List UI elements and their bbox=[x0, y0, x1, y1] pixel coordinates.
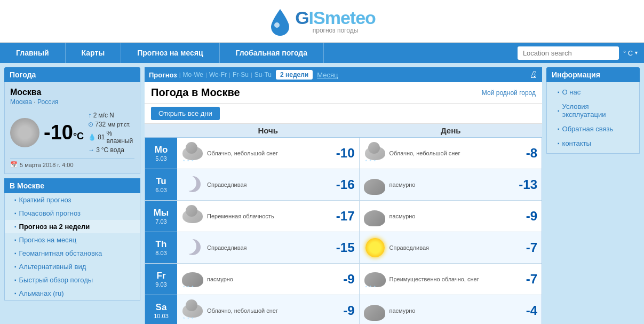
night-fr: * * * пасмурно -9 bbox=[177, 264, 360, 295]
forecast-row-mo: Mo 5.03 * * * Облачно, небольшой снег -1… bbox=[145, 138, 542, 169]
forecast-tabs: Прогноз | Mo-We | We-Fr | Fr-Su | Su-Tu … bbox=[145, 67, 542, 82]
weather-box: Москва Москва · Россия -10°С ↑ 2 м/с N bbox=[4, 82, 140, 174]
tab-forecast[interactable]: Прогноз bbox=[149, 71, 177, 79]
nav-month[interactable]: ▪ Прогноз на месяц bbox=[5, 233, 140, 247]
night-temp-th: -15 bbox=[332, 240, 355, 255]
location-search-input[interactable] bbox=[518, 46, 619, 60]
day-desc-my: пасмурно bbox=[389, 213, 512, 219]
logo-subtitle: прогноз погоды bbox=[295, 27, 376, 34]
night-temp-fr: -9 bbox=[332, 272, 355, 287]
tab-month[interactable]: Месяц bbox=[317, 71, 338, 79]
night-desc-tu: Справедливая bbox=[207, 181, 329, 188]
tab-su-tu[interactable]: Su-Tu bbox=[255, 71, 272, 78]
day-icon-mo: * * * bbox=[364, 142, 386, 164]
day-desc-tu: пасмурно bbox=[389, 181, 512, 188]
my-city-link[interactable]: Мой родной город bbox=[482, 89, 536, 97]
water-row: → 3 °С вода bbox=[88, 146, 134, 154]
night-icon-th bbox=[181, 236, 204, 259]
tab-2weeks[interactable]: 2 недели bbox=[276, 70, 313, 80]
forecast-column-headers: Ночь День bbox=[145, 124, 542, 138]
tab-we-fr[interactable]: We-Fr bbox=[209, 71, 227, 78]
night-th: Справедливая -15 bbox=[177, 232, 360, 263]
info-list: ▪ О нас ▪ Условия эксплуатации ▪ Обратна… bbox=[546, 82, 640, 154]
night-icon-fr: * * * bbox=[181, 268, 204, 290]
date-tu: Tu 6.03 bbox=[145, 169, 177, 200]
info-terms[interactable]: ▪ Условия эксплуатации bbox=[547, 99, 639, 122]
city-link[interactable]: Москва bbox=[10, 98, 32, 106]
info-about[interactable]: ▪ О нас bbox=[547, 85, 639, 99]
night-tu: Справедливая -16 bbox=[177, 169, 360, 200]
day-icon-fr: * * * bbox=[364, 268, 386, 290]
logo[interactable]: GISmeteo прогноз погоды bbox=[268, 8, 376, 35]
nav-item-month[interactable]: Прогноз на месяц bbox=[121, 43, 219, 63]
night-temp-tu: -16 bbox=[332, 177, 355, 192]
right-panel: Информация ▪ О нас ▪ Условия эксплуатаци… bbox=[546, 67, 640, 324]
city-section-header: В Москве bbox=[4, 178, 140, 193]
col-day: День bbox=[360, 124, 543, 137]
logo-drop-icon bbox=[268, 8, 292, 35]
city-name: Москва bbox=[10, 88, 134, 97]
night-icon-sa: * * * bbox=[181, 299, 204, 322]
city-location: Москва · Россия bbox=[10, 98, 134, 106]
forecast-row-fr: Fr 9.03 * * * пасмурно -9 * * * bbox=[145, 264, 542, 295]
nav-quick-review[interactable]: ▪ Быстрый обзор погоды bbox=[5, 273, 140, 287]
nav-item-global[interactable]: Глобальная погода bbox=[220, 43, 324, 63]
day-desc-th: Справедливая bbox=[389, 244, 512, 251]
day-mo: * * * Облачно, небольшой снег -8 bbox=[360, 138, 542, 169]
city-section: В Москве ▪ Краткий прогноз ▪ Почасовой п… bbox=[4, 178, 140, 301]
nav-2weeks[interactable]: ▪ Прогноз на 2 недели bbox=[5, 220, 140, 233]
wind-row: ↑ 2 м/с N bbox=[88, 111, 134, 119]
day-my: пасмурно -9 bbox=[360, 201, 542, 232]
day-icon-th bbox=[364, 236, 386, 259]
date-mo: Mo 5.03 bbox=[145, 138, 177, 169]
info-section-header: Информация bbox=[546, 67, 640, 82]
nav-hourly[interactable]: ▪ Почасовой прогноз bbox=[5, 207, 140, 220]
night-my: Переменная облачность -17 bbox=[177, 201, 360, 232]
nav-item-home[interactable]: Главный bbox=[0, 43, 66, 63]
day-temp-my: -9 bbox=[515, 209, 537, 224]
forecast-row-sa: Sa 10.03 * * * Облачно, небольшой снег -… bbox=[145, 295, 542, 324]
night-icon-my bbox=[181, 205, 204, 227]
info-contacts[interactable]: ▪ контакты bbox=[547, 136, 639, 151]
svg-point-0 bbox=[274, 22, 280, 28]
pressure-row: ⊙ 732 мм рт.ст. bbox=[88, 121, 134, 128]
header: GISmeteo прогноз погоды bbox=[0, 0, 644, 43]
day-th: Справедливая -7 bbox=[360, 232, 542, 263]
day-fr: * * * Преимущественно облачно, снег -7 bbox=[360, 264, 542, 295]
day-desc-mo: Облачно, небольшой снег bbox=[389, 150, 512, 156]
day-temp-sa: -4 bbox=[515, 303, 537, 318]
unit-selector[interactable]: ° C▼ bbox=[623, 49, 639, 57]
night-desc-sa: Облачно, небольшой снег bbox=[207, 307, 329, 314]
day-tu: пасмурно -13 bbox=[360, 169, 542, 200]
weather-date: 📅 5 марта 2018 г. 4:00 bbox=[10, 158, 134, 168]
night-icon-tu bbox=[181, 173, 204, 196]
night-temp-sa: -9 bbox=[332, 303, 355, 318]
nav-almanac[interactable]: ▪ Альманах (ru) bbox=[5, 287, 140, 300]
nav-item-maps[interactable]: Карты bbox=[66, 43, 122, 63]
info-feedback[interactable]: ▪ Обратная связь bbox=[547, 122, 639, 136]
date-th: Th 8.03 bbox=[145, 232, 177, 263]
night-desc-fr: пасмурно bbox=[207, 276, 329, 282]
night-desc-mo: Облачно, небольшой снег bbox=[207, 150, 329, 156]
nav-geomagnetic[interactable]: ▪ Геомагнитная обстановка bbox=[5, 247, 140, 260]
day-icon-sa bbox=[364, 299, 386, 322]
nav-bar: Главный Карты Прогноз на месяц Глобальна… bbox=[0, 43, 644, 63]
nav-brief[interactable]: ▪ Краткий прогноз bbox=[5, 193, 140, 207]
forecast-title-bar: Погода в Москве Мой родной город bbox=[145, 82, 542, 104]
open-all-bar: Открыть все дни bbox=[145, 104, 542, 124]
forecast-row-th: Th 8.03 Справедливая -15 Справедливая -7 bbox=[145, 232, 542, 264]
print-icon[interactable]: 🖨 bbox=[529, 70, 538, 80]
open-all-button[interactable]: Открыть все дни bbox=[151, 107, 220, 120]
day-icon-tu bbox=[364, 173, 386, 196]
night-sa: * * * Облачно, небольшой снег -9 bbox=[177, 295, 360, 324]
day-sa: пасмурно -4 bbox=[360, 295, 542, 324]
nav-alt-view[interactable]: ▪ Альтернативный вид bbox=[5, 260, 140, 273]
date-my: Мы 7.03 bbox=[145, 201, 177, 232]
tab-mo-we[interactable]: Mo-We bbox=[183, 71, 203, 78]
forecast-rows: Mo 5.03 * * * Облачно, небольшой снег -1… bbox=[145, 138, 542, 324]
tab-fr-su[interactable]: Fr-Su bbox=[233, 71, 249, 78]
weather-main-display: -10°С ↑ 2 м/с N ⊙ 732 мм рт.ст. bbox=[10, 111, 134, 154]
weather-stats: ↑ 2 м/с N ⊙ 732 мм рт.ст. 💧 81 % влажный bbox=[88, 111, 134, 154]
city-nav-list: ▪ Краткий прогноз ▪ Почасовой прогноз ▪ … bbox=[4, 193, 140, 301]
country-link[interactable]: Россия bbox=[37, 98, 58, 106]
